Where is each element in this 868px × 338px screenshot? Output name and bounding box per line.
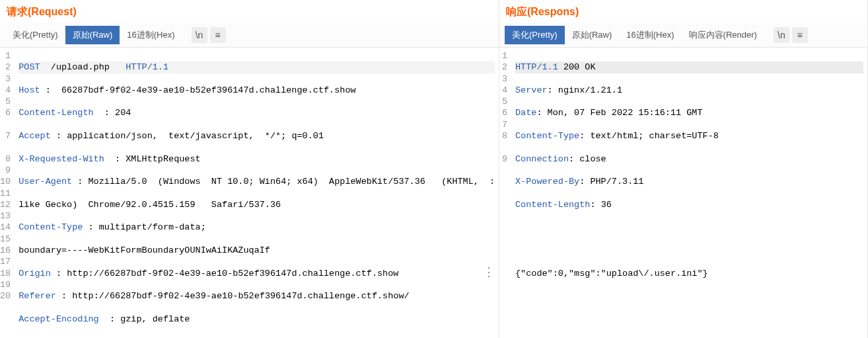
menu-icon[interactable]: ≡ (210, 27, 226, 43)
tab-raw-resp[interactable]: 原始(Raw) (565, 26, 620, 44)
tab-hex-resp[interactable]: 16进制(Hex) (619, 26, 681, 44)
tab-render-resp[interactable]: 响应内容(Render) (682, 26, 764, 44)
newline-toggle-resp[interactable]: \n (774, 27, 789, 43)
tab-pretty[interactable]: 美化(Pretty) (5, 26, 65, 44)
response-code[interactable]: 12345678 9 HTTP/1.1 200 OK Server: nginx… (499, 48, 867, 338)
request-title: 请求(Request) (0, 0, 499, 23)
menu-icon-resp[interactable]: ≡ (792, 27, 808, 43)
tab-hex[interactable]: 16进制(Hex) (120, 26, 182, 44)
response-lines: HTTP/1.1 200 OK Server: nginx/1.21.1 Dat… (513, 48, 867, 338)
request-lines: POST /upload.php HTTP/1.1 Host : 66287bd… (16, 48, 499, 338)
response-panel: 响应(Respons) 美化(Pretty) 原始(Raw) 16进制(Hex)… (499, 0, 868, 338)
response-gutter: 12345678 9 (499, 48, 513, 338)
request-gutter: 123456 7 891011121314151617181920 (0, 48, 16, 338)
request-panel: 请求(Request) 美化(Pretty) 原始(Raw) 16进制(Hex)… (0, 0, 499, 338)
newline-toggle[interactable]: \n (192, 27, 207, 43)
response-toolbar: 美化(Pretty) 原始(Raw) 16进制(Hex) 响应内容(Render… (499, 23, 867, 48)
request-code[interactable]: 123456 7 891011121314151617181920 POST /… (0, 48, 499, 338)
tab-pretty-resp[interactable]: 美化(Pretty) (505, 26, 565, 44)
more-dots-icon[interactable]: ⋮ (483, 267, 495, 278)
tab-raw[interactable]: 原始(Raw) (65, 26, 120, 44)
request-toolbar: 美化(Pretty) 原始(Raw) 16进制(Hex) \n ≡ (0, 23, 499, 48)
response-title: 响应(Respons) (499, 0, 867, 23)
